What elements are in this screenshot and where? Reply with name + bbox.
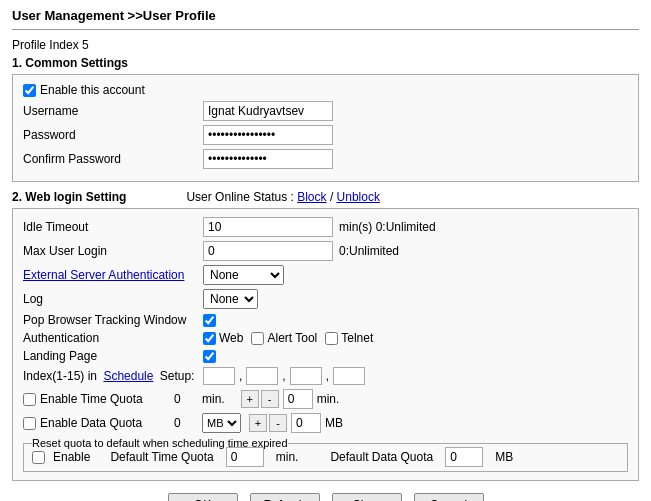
refresh-button[interactable]: Refresh bbox=[250, 493, 320, 501]
password-label: Password bbox=[23, 128, 203, 142]
idle-timeout-suffix: min(s) 0:Unlimited bbox=[339, 220, 436, 234]
header-divider bbox=[12, 29, 639, 30]
comma3: , bbox=[326, 369, 329, 383]
data-quota-label: Enable Data Quota bbox=[40, 416, 170, 430]
enable-account-row: Enable this account bbox=[23, 83, 628, 97]
ok-button[interactable]: OK bbox=[168, 493, 238, 501]
default-time-quota-input[interactable] bbox=[226, 447, 264, 467]
max-user-login-label: Max User Login bbox=[23, 244, 203, 258]
idle-timeout-label: Idle Timeout bbox=[23, 220, 203, 234]
confirm-password-input[interactable] bbox=[203, 149, 333, 169]
time-quota-min-suffix: min. bbox=[202, 392, 225, 406]
data-quota-input[interactable] bbox=[291, 413, 321, 433]
data-quota-mb-select[interactable]: MB GB bbox=[202, 413, 241, 433]
max-user-login-row: Max User Login 0:Unlimited bbox=[23, 241, 628, 261]
password-input[interactable] bbox=[203, 125, 333, 145]
schedule-input-4[interactable] bbox=[333, 367, 365, 385]
auth-telnet-label[interactable]: Telnet bbox=[325, 331, 373, 345]
auth-row: Authentication Web Alert Tool Telnet bbox=[23, 331, 628, 345]
time-quota-label: Enable Time Quota bbox=[40, 392, 170, 406]
landing-page-label: Landing Page bbox=[23, 349, 203, 363]
block-link[interactable]: Block bbox=[297, 190, 326, 204]
schedule-input-1[interactable] bbox=[203, 367, 235, 385]
default-data-suffix: MB bbox=[495, 450, 513, 464]
schedule-link[interactable]: Schedule bbox=[103, 369, 153, 383]
clear-button[interactable]: Clear bbox=[332, 493, 402, 501]
log-label: Log bbox=[23, 292, 203, 306]
default-data-quota-input[interactable] bbox=[445, 447, 483, 467]
data-mb-suffix: MB bbox=[325, 416, 343, 430]
schedule-input-2[interactable] bbox=[246, 367, 278, 385]
enable-account-label: Enable this account bbox=[40, 83, 145, 97]
online-status-label: User Online Status bbox=[186, 190, 287, 204]
auth-alert-checkbox[interactable] bbox=[251, 332, 264, 345]
comma2: , bbox=[282, 369, 285, 383]
auth-web-checkbox[interactable] bbox=[203, 332, 216, 345]
comma1: , bbox=[239, 369, 242, 383]
section2-box: Idle Timeout min(s) 0:Unlimited Max User… bbox=[12, 208, 639, 481]
auth-telnet-checkbox[interactable] bbox=[325, 332, 338, 345]
data-minus-button[interactable]: - bbox=[269, 414, 287, 432]
max-user-login-suffix: 0:Unlimited bbox=[339, 244, 399, 258]
username-input[interactable] bbox=[203, 101, 333, 121]
data-quota-checkbox[interactable] bbox=[23, 417, 36, 430]
profile-index: Profile Index 5 bbox=[12, 38, 639, 52]
auth-options: Web Alert Tool Telnet bbox=[203, 331, 373, 345]
section2-header: 2. Web login Setting User Online Status … bbox=[12, 190, 639, 204]
confirm-password-row: Confirm Password bbox=[23, 149, 628, 169]
footer-buttons: OK Refresh Clear Cancel bbox=[0, 493, 651, 501]
schedule-input-3[interactable] bbox=[290, 367, 322, 385]
data-quota-val: 0 bbox=[174, 416, 194, 430]
pop-browser-checkbox[interactable] bbox=[203, 314, 216, 327]
default-time-quota-label: Default Time Quota bbox=[110, 450, 213, 464]
landing-page-checkbox[interactable] bbox=[203, 350, 216, 363]
auth-telnet-text: Telnet bbox=[341, 331, 373, 345]
auth-web-label[interactable]: Web bbox=[203, 331, 243, 345]
page-header: User Management >>User Profile bbox=[0, 0, 651, 27]
idle-timeout-row: Idle Timeout min(s) 0:Unlimited bbox=[23, 217, 628, 237]
time-plus-button[interactable]: + bbox=[241, 390, 259, 408]
pop-browser-row: Pop Browser Tracking Window bbox=[23, 313, 628, 327]
data-plus-minus: + - bbox=[249, 414, 287, 432]
time-plus-minus: + - bbox=[241, 390, 279, 408]
enable-account-checkbox[interactable] bbox=[23, 84, 36, 97]
section2-title: 2. Web login Setting bbox=[12, 190, 126, 204]
time-quota-val: 0 bbox=[174, 392, 194, 406]
auth-web-text: Web bbox=[219, 331, 243, 345]
landing-page-row: Landing Page bbox=[23, 349, 628, 363]
confirm-password-label: Confirm Password bbox=[23, 152, 203, 166]
username-row: Username bbox=[23, 101, 628, 121]
unblock-link[interactable]: Unblock bbox=[337, 190, 380, 204]
reset-enable-checkbox[interactable] bbox=[32, 451, 45, 464]
main-content: Profile Index 5 1. Common Settings Enabl… bbox=[0, 38, 651, 481]
time-minus-button[interactable]: - bbox=[261, 390, 279, 408]
log-row: Log None Deny Allow All bbox=[23, 289, 628, 309]
data-plus-button[interactable]: + bbox=[249, 414, 267, 432]
time-quota-input[interactable] bbox=[283, 389, 313, 409]
log-select[interactable]: None Deny Allow All bbox=[203, 289, 258, 309]
cancel-button[interactable]: Cancel bbox=[414, 493, 484, 501]
schedule-label: Index(1-15) in Schedule Setup: bbox=[23, 369, 203, 383]
page-title: User Management >>User Profile bbox=[12, 8, 216, 23]
slash: / bbox=[330, 190, 337, 204]
online-status: User Online Status : Block / Unblock bbox=[186, 190, 379, 204]
reset-row: Enable Default Time Quota min. Default D… bbox=[32, 447, 619, 467]
max-user-login-input[interactable] bbox=[203, 241, 333, 261]
auth-alert-label[interactable]: Alert Tool bbox=[251, 331, 317, 345]
section1-box: Enable this account Username Password Co… bbox=[12, 74, 639, 182]
username-label: Username bbox=[23, 104, 203, 118]
time-quota-checkbox[interactable] bbox=[23, 393, 36, 406]
schedule-row: Index(1-15) in Schedule Setup: , , , bbox=[23, 367, 628, 385]
data-quota-row: Enable Data Quota 0 MB GB + - MB bbox=[23, 413, 628, 433]
ext-server-row: External Server Authentication None RADI… bbox=[23, 265, 628, 285]
default-time-suffix: min. bbox=[276, 450, 299, 464]
auth-label: Authentication bbox=[23, 331, 203, 345]
auth-alert-text: Alert Tool bbox=[267, 331, 317, 345]
time-min-suffix2: min. bbox=[317, 392, 340, 406]
ext-server-label[interactable]: External Server Authentication bbox=[23, 268, 203, 282]
default-data-quota-label: Default Data Quota bbox=[330, 450, 433, 464]
ext-server-select[interactable]: None RADIUS LDAP TACACS+ bbox=[203, 265, 284, 285]
idle-timeout-input[interactable] bbox=[203, 217, 333, 237]
reset-quota-fieldset: Reset quota to default when scheduling t… bbox=[23, 437, 628, 472]
section1-title: 1. Common Settings bbox=[12, 56, 639, 70]
